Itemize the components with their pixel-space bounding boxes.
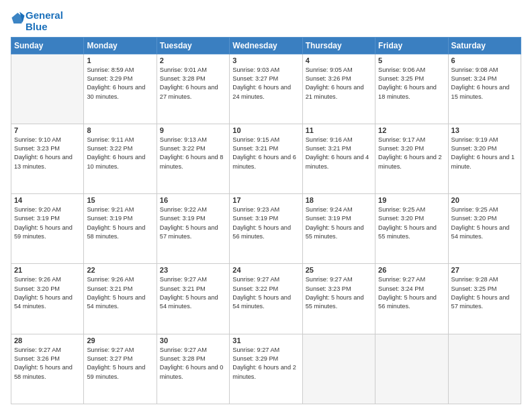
- day-info: Sunrise: 9:11 AMSunset: 3:22 PMDaylight:…: [87, 136, 153, 171]
- day-info: Sunrise: 9:13 AMSunset: 3:22 PMDaylight:…: [160, 136, 226, 171]
- logo-text: GeneralBlue: [26, 9, 63, 33]
- calendar-cell: [375, 334, 448, 404]
- day-info: Sunrise: 9:27 AMSunset: 3:23 PMDaylight:…: [306, 275, 372, 311]
- day-info: Sunrise: 9:19 AMSunset: 3:20 PMDaylight:…: [451, 136, 518, 171]
- calendar-cell: 11Sunrise: 9:16 AMSunset: 3:21 PMDayligh…: [302, 124, 375, 193]
- day-number: 5: [378, 56, 445, 64]
- day-info: Sunrise: 9:27 AMSunset: 3:24 PMDaylight:…: [378, 275, 445, 311]
- calendar-cell: [11, 54, 84, 124]
- day-number: 2: [160, 56, 226, 64]
- calendar-cell: 1Sunrise: 8:59 AMSunset: 3:29 PMDaylight…: [84, 54, 157, 124]
- day-info: Sunrise: 9:26 AMSunset: 3:20 PMDaylight:…: [14, 275, 81, 311]
- day-number: 17: [232, 196, 299, 204]
- day-info: Sunrise: 9:15 AMSunset: 3:21 PMDaylight:…: [232, 136, 299, 171]
- calendar-cell: 19Sunrise: 9:25 AMSunset: 3:20 PMDayligh…: [375, 194, 448, 264]
- day-info: Sunrise: 8:59 AMSunset: 3:29 PMDaylight:…: [87, 66, 153, 101]
- day-number: 31: [232, 336, 299, 345]
- day-number: 22: [87, 266, 153, 274]
- calendar-cell: 9Sunrise: 9:13 AMSunset: 3:22 PMDaylight…: [157, 124, 229, 193]
- day-info: Sunrise: 9:10 AMSunset: 3:23 PMDaylight:…: [14, 136, 81, 171]
- page: GeneralBlue SundayMondayTuesdayWednesday…: [0, 0, 532, 411]
- calendar-cell: 12Sunrise: 9:17 AMSunset: 3:20 PMDayligh…: [375, 124, 448, 193]
- day-header-friday: Friday: [375, 37, 448, 54]
- day-number: 8: [87, 126, 153, 134]
- day-number: 29: [87, 336, 153, 345]
- day-info: Sunrise: 9:25 AMSunset: 3:20 PMDaylight:…: [378, 205, 445, 241]
- logo: GeneralBlue: [11, 9, 63, 33]
- calendar-cell: 5Sunrise: 9:06 AMSunset: 3:25 PMDaylight…: [375, 54, 448, 124]
- calendar-cell: 30Sunrise: 9:27 AMSunset: 3:28 PMDayligh…: [157, 334, 229, 404]
- day-header-monday: Monday: [84, 37, 157, 54]
- day-info: Sunrise: 9:27 AMSunset: 3:22 PMDaylight:…: [232, 275, 299, 311]
- day-number: 23: [160, 266, 226, 274]
- day-info: Sunrise: 9:06 AMSunset: 3:25 PMDaylight:…: [378, 66, 445, 101]
- day-info: Sunrise: 9:22 AMSunset: 3:19 PMDaylight:…: [160, 205, 226, 241]
- day-number: 21: [14, 266, 81, 274]
- day-info: Sunrise: 9:27 AMSunset: 3:26 PMDaylight:…: [14, 346, 81, 381]
- day-info: Sunrise: 9:20 AMSunset: 3:19 PMDaylight:…: [14, 205, 81, 241]
- day-number: 14: [14, 196, 81, 204]
- calendar-cell: 27Sunrise: 9:28 AMSunset: 3:25 PMDayligh…: [448, 264, 521, 334]
- calendar-cell: 2Sunrise: 9:01 AMSunset: 3:28 PMDaylight…: [157, 54, 229, 124]
- calendar-cell: 4Sunrise: 9:05 AMSunset: 3:26 PMDaylight…: [302, 54, 375, 124]
- calendar-cell: 24Sunrise: 9:27 AMSunset: 3:22 PMDayligh…: [230, 264, 302, 334]
- day-number: 12: [378, 126, 445, 134]
- day-info: Sunrise: 9:24 AMSunset: 3:19 PMDaylight:…: [306, 205, 372, 241]
- day-number: 4: [306, 56, 372, 64]
- day-number: 19: [378, 196, 445, 204]
- day-info: Sunrise: 9:26 AMSunset: 3:21 PMDaylight:…: [87, 275, 153, 311]
- day-number: 1: [87, 56, 153, 64]
- calendar-week-row: 21Sunrise: 9:26 AMSunset: 3:20 PMDayligh…: [11, 264, 521, 334]
- calendar-week-row: 14Sunrise: 9:20 AMSunset: 3:19 PMDayligh…: [11, 194, 521, 264]
- day-info: Sunrise: 9:27 AMSunset: 3:28 PMDaylight:…: [160, 346, 226, 381]
- day-info: Sunrise: 9:25 AMSunset: 3:20 PMDaylight:…: [451, 205, 518, 241]
- day-number: 9: [160, 126, 226, 134]
- day-header-tuesday: Tuesday: [157, 37, 229, 54]
- day-header-thursday: Thursday: [302, 37, 375, 54]
- day-info: Sunrise: 9:16 AMSunset: 3:21 PMDaylight:…: [306, 136, 372, 171]
- calendar-cell: 17Sunrise: 9:23 AMSunset: 3:19 PMDayligh…: [230, 194, 302, 264]
- calendar-cell: 15Sunrise: 9:21 AMSunset: 3:19 PMDayligh…: [84, 194, 157, 264]
- calendar-cell: 10Sunrise: 9:15 AMSunset: 3:21 PMDayligh…: [230, 124, 302, 193]
- day-number: 6: [451, 56, 518, 64]
- day-number: 15: [87, 196, 153, 204]
- day-info: Sunrise: 9:27 AMSunset: 3:27 PMDaylight:…: [87, 346, 153, 381]
- logo-icon: [11, 11, 26, 26]
- calendar-cell: 8Sunrise: 9:11 AMSunset: 3:22 PMDaylight…: [84, 124, 157, 193]
- day-number: 24: [232, 266, 299, 274]
- day-info: Sunrise: 9:27 AMSunset: 3:29 PMDaylight:…: [232, 346, 299, 381]
- day-number: 10: [232, 126, 299, 134]
- calendar-cell: 26Sunrise: 9:27 AMSunset: 3:24 PMDayligh…: [375, 264, 448, 334]
- calendar-cell: 22Sunrise: 9:26 AMSunset: 3:21 PMDayligh…: [84, 264, 157, 334]
- calendar-week-row: 7Sunrise: 9:10 AMSunset: 3:23 PMDaylight…: [11, 124, 521, 193]
- calendar-cell: 23Sunrise: 9:27 AMSunset: 3:21 PMDayligh…: [157, 264, 229, 334]
- day-number: 30: [160, 336, 226, 345]
- calendar-table: SundayMondayTuesdayWednesdayThursdayFrid…: [11, 37, 521, 405]
- calendar-cell: 29Sunrise: 9:27 AMSunset: 3:27 PMDayligh…: [84, 334, 157, 404]
- calendar-cell: [302, 334, 375, 404]
- day-number: 25: [306, 266, 372, 274]
- day-info: Sunrise: 9:28 AMSunset: 3:25 PMDaylight:…: [451, 275, 518, 311]
- calendar-cell: 3Sunrise: 9:03 AMSunset: 3:27 PMDaylight…: [230, 54, 302, 124]
- calendar-cell: 18Sunrise: 9:24 AMSunset: 3:19 PMDayligh…: [302, 194, 375, 264]
- day-info: Sunrise: 9:03 AMSunset: 3:27 PMDaylight:…: [232, 66, 299, 101]
- calendar-cell: 7Sunrise: 9:10 AMSunset: 3:23 PMDaylight…: [11, 124, 84, 193]
- day-number: 11: [306, 126, 372, 134]
- calendar-cell: 25Sunrise: 9:27 AMSunset: 3:23 PMDayligh…: [302, 264, 375, 334]
- calendar-cell: [448, 334, 521, 404]
- day-number: 20: [451, 196, 518, 204]
- day-number: 27: [451, 266, 518, 274]
- day-info: Sunrise: 9:01 AMSunset: 3:28 PMDaylight:…: [160, 66, 226, 101]
- day-number: 28: [14, 336, 81, 345]
- day-header-sunday: Sunday: [11, 37, 84, 54]
- calendar-header-row: SundayMondayTuesdayWednesdayThursdayFrid…: [11, 37, 521, 54]
- day-info: Sunrise: 9:17 AMSunset: 3:20 PMDaylight:…: [378, 136, 445, 171]
- day-info: Sunrise: 9:27 AMSunset: 3:21 PMDaylight:…: [160, 275, 226, 311]
- calendar-cell: 14Sunrise: 9:20 AMSunset: 3:19 PMDayligh…: [11, 194, 84, 264]
- day-header-wednesday: Wednesday: [230, 37, 302, 54]
- day-number: 13: [451, 126, 518, 134]
- header: GeneralBlue: [11, 9, 521, 33]
- calendar-week-row: 28Sunrise: 9:27 AMSunset: 3:26 PMDayligh…: [11, 334, 521, 404]
- calendar-cell: 6Sunrise: 9:08 AMSunset: 3:24 PMDaylight…: [448, 54, 521, 124]
- day-number: 3: [232, 56, 299, 64]
